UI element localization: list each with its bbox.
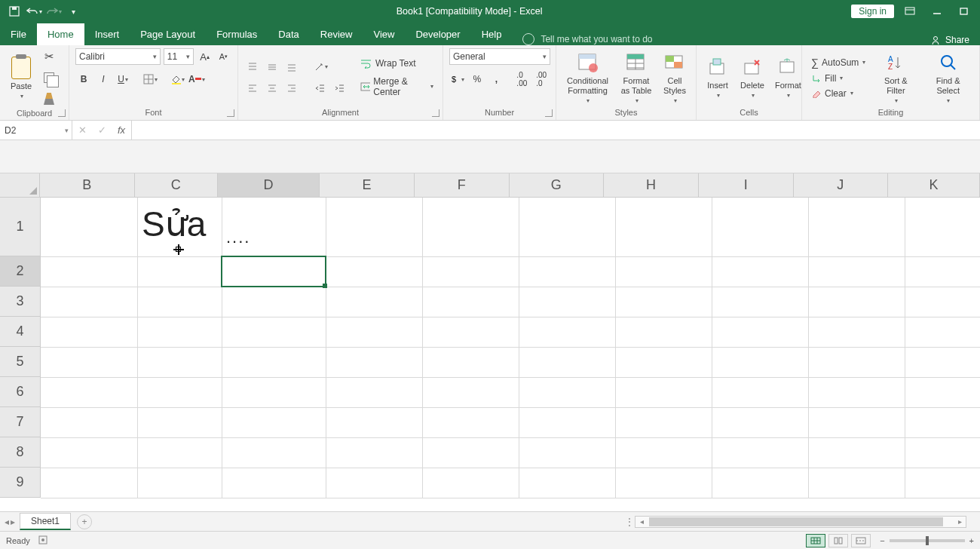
page-layout-view-button[interactable]	[828, 534, 848, 547]
tab-file[interactable]: File	[0, 23, 37, 45]
tab-home[interactable]: Home	[37, 23, 84, 45]
tab-insert[interactable]: Insert	[84, 23, 130, 45]
fx-icon[interactable]: fx	[112, 124, 131, 136]
zoom-control[interactable]: − +	[880, 536, 974, 545]
row-header-7[interactable]: 7	[0, 407, 41, 437]
col-header-D[interactable]: D	[218, 173, 320, 198]
font-name-select[interactable]: Calibri▾	[75, 48, 161, 65]
sheet-tab[interactable]: Sheet1	[20, 513, 71, 530]
cell-D1[interactable]: ....	[226, 228, 250, 247]
sort-filter-button[interactable]: AZSort & Filter▾	[873, 49, 918, 106]
find-select-button[interactable]: Find & Select▾	[923, 49, 973, 106]
maximize-button[interactable]	[953, 3, 975, 20]
qat-customize-icon[interactable]: ▾	[65, 3, 81, 20]
format-as-table-button[interactable]: Format as Table▾	[617, 49, 655, 106]
fill-button[interactable]: Fill▾	[808, 72, 868, 85]
col-header-K[interactable]: K	[888, 173, 980, 198]
tab-formulas[interactable]: Formulas	[206, 23, 268, 45]
row-header-4[interactable]: 4	[0, 317, 41, 347]
clipboard-dialog-launcher[interactable]	[58, 109, 66, 117]
sign-in-button[interactable]: Sign in	[851, 5, 894, 18]
paste-button[interactable]: Paste▾	[6, 54, 36, 102]
col-header-G[interactable]: G	[510, 173, 605, 198]
ribbon-options-icon[interactable]	[899, 3, 921, 20]
accounting-format-button[interactable]: $▾	[449, 71, 466, 87]
undo-button[interactable]: ▾	[26, 3, 42, 20]
increase-font-button[interactable]: A▴	[197, 48, 213, 65]
zoom-in-button[interactable]: +	[969, 536, 974, 545]
align-right-button[interactable]	[283, 80, 300, 97]
conditional-formatting-button[interactable]: Conditional Formatting▾	[562, 49, 613, 106]
page-break-view-button[interactable]	[851, 534, 871, 547]
delete-cells-button[interactable]: Delete▾	[737, 54, 767, 101]
wrap-text-button[interactable]: Wrap Text	[357, 57, 436, 70]
merge-center-button[interactable]: Merge & Center▾	[357, 75, 436, 99]
format-cells-button[interactable]: Format▾	[772, 54, 804, 101]
save-icon[interactable]	[6, 3, 23, 20]
number-dialog-launcher[interactable]	[545, 109, 553, 117]
active-cell[interactable]	[221, 256, 326, 287]
minimize-button[interactable]	[926, 3, 948, 20]
normal-view-button[interactable]	[806, 534, 825, 547]
col-header-J[interactable]: J	[794, 173, 889, 198]
row-header-9[interactable]: 9	[0, 468, 41, 498]
tab-page-layout[interactable]: Page Layout	[130, 23, 206, 45]
alignment-dialog-launcher[interactable]	[432, 109, 439, 117]
comma-button[interactable]: ,	[488, 71, 505, 87]
col-header-B[interactable]: B	[40, 173, 135, 198]
increase-indent-button[interactable]	[332, 80, 348, 97]
tab-data[interactable]: Data	[268, 23, 309, 45]
number-format-select[interactable]: General▾	[449, 48, 550, 65]
macro-record-icon[interactable]	[38, 535, 48, 547]
font-dialog-launcher[interactable]	[227, 109, 234, 117]
tab-developer[interactable]: Developer	[405, 23, 470, 45]
cell-styles-button[interactable]: Cell Styles▾	[660, 49, 690, 106]
select-all-button[interactable]	[0, 173, 40, 198]
name-box[interactable]: D2▾	[0, 121, 72, 140]
font-color-button[interactable]: A▾	[188, 71, 205, 87]
new-sheet-button[interactable]: +	[77, 514, 92, 529]
cell-C1[interactable]: Sửa	[142, 204, 206, 244]
align-bottom-button[interactable]	[283, 59, 300, 75]
italic-button[interactable]: I	[95, 71, 112, 87]
tab-help[interactable]: Help	[471, 23, 513, 45]
formula-input[interactable]	[132, 121, 980, 140]
horizontal-scrollbar[interactable]: ⋮ ◂▸	[635, 516, 966, 528]
align-top-button[interactable]	[244, 59, 261, 75]
font-size-select[interactable]: 11▾	[164, 48, 194, 65]
fill-color-button[interactable]: ▾	[169, 71, 185, 87]
col-header-E[interactable]: E	[320, 173, 415, 198]
bold-button[interactable]: B	[75, 71, 92, 87]
col-header-C[interactable]: C	[135, 173, 218, 198]
align-left-button[interactable]	[244, 80, 261, 97]
underline-button[interactable]: U▾	[115, 71, 131, 87]
col-header-I[interactable]: I	[699, 173, 794, 198]
zoom-slider[interactable]	[890, 539, 965, 542]
align-center-button[interactable]	[264, 80, 280, 97]
col-header-F[interactable]: F	[415, 173, 510, 198]
align-middle-button[interactable]	[264, 59, 280, 75]
sheet-nav[interactable]: ◂▸	[0, 517, 20, 527]
share-button[interactable]: Share	[920, 35, 980, 45]
copy-button[interactable]	[41, 69, 57, 86]
clear-button[interactable]: Clear▾	[808, 87, 868, 100]
row-header-3[interactable]: 3	[0, 287, 41, 317]
percent-button[interactable]: %	[469, 71, 485, 87]
cancel-formula-icon[interactable]: ✕	[72, 124, 92, 136]
cut-button[interactable]: ✂	[41, 48, 57, 65]
row-header-1[interactable]: 1	[0, 198, 41, 256]
tab-review[interactable]: Review	[310, 23, 363, 45]
tab-view[interactable]: View	[363, 23, 405, 45]
decrease-decimal-button[interactable]: .00.0	[533, 71, 550, 87]
format-painter-button[interactable]	[41, 90, 57, 107]
row-header-5[interactable]: 5	[0, 347, 41, 377]
decrease-font-button[interactable]: A▾	[216, 48, 231, 65]
insert-cells-button[interactable]: Insert▾	[703, 54, 733, 101]
row-header-8[interactable]: 8	[0, 437, 41, 468]
orientation-button[interactable]: ▾	[312, 59, 329, 75]
zoom-out-button[interactable]: −	[880, 536, 884, 545]
tell-me[interactable]: Tell me what you want to do	[512, 33, 663, 45]
decrease-indent-button[interactable]	[312, 80, 329, 97]
increase-decimal-button[interactable]: .0.00	[513, 71, 530, 87]
cells-area[interactable]: Sửa ....	[41, 198, 980, 498]
